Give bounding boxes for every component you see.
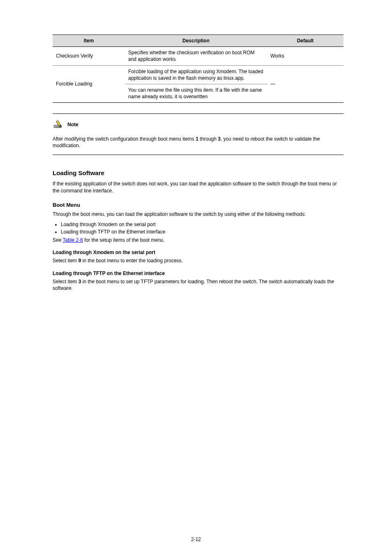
see-reference: See Table 2-6 for the setup items of the… xyxy=(53,237,344,243)
table-row: Checksum Verify Specifies whether the ch… xyxy=(53,47,344,65)
th-default: Default xyxy=(267,35,344,47)
config-table: Item Description Default Checksum Verify… xyxy=(53,35,344,103)
th-desc: Description xyxy=(125,35,267,47)
heading-boot-menu: Boot Menu xyxy=(53,201,344,209)
table-row: Forcible Loading Forcible loading of the… xyxy=(53,65,344,103)
cell-item: Forcible Loading xyxy=(53,65,125,103)
tftp-paragraph: Select item 3 in the boot menu to set up… xyxy=(53,278,344,291)
cell-default: Works xyxy=(267,47,344,65)
list-item: Loading through Xmodem on the serial por… xyxy=(61,221,344,228)
note-label: Note xyxy=(67,121,78,128)
intro-paragraph: If the existing application of the switc… xyxy=(53,180,344,194)
note-callout: Note After modifying the switch configur… xyxy=(53,113,344,155)
heading-loading-software: Loading Software xyxy=(53,169,344,177)
cell-default: — xyxy=(267,65,344,103)
note-icon xyxy=(53,118,64,132)
page-number: 2-12 xyxy=(0,536,392,543)
cell-desc-bottom: You can rename the file using this item.… xyxy=(125,84,267,102)
th-item: Item xyxy=(53,35,125,47)
table-2-6-link[interactable]: Table 2-6 xyxy=(62,237,83,243)
heading-tftp: Loading through TFTP on the Ethernet int… xyxy=(53,270,344,277)
list-item: Loading through TFTP on the Ethernet int… xyxy=(61,229,344,235)
cell-item: Checksum Verify xyxy=(53,47,125,65)
method-list: Loading through Xmodem on the serial por… xyxy=(61,221,344,235)
note-body: After modifying the switch configuration… xyxy=(53,136,344,149)
heading-xmodem: Loading through Xmodem on the serial por… xyxy=(53,249,344,256)
cell-desc: Specifies whether the checksum verificat… xyxy=(125,47,267,65)
boot-menu-paragraph: Through the boot menu, you can load the … xyxy=(53,211,344,217)
cell-desc-top: Forcible loading of the application usin… xyxy=(125,66,267,84)
xmodem-paragraph: Select item 9 in the boot menu to enter … xyxy=(53,257,344,264)
